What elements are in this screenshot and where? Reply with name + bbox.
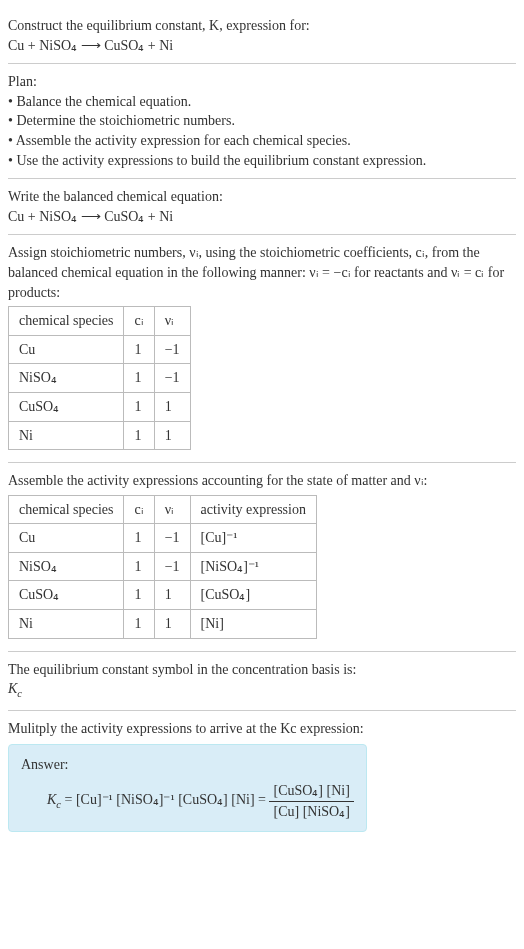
- answer-expression: Kc = [Cu]⁻¹ [NiSO₄]⁻¹ [CuSO₄] [Ni] = [Cu…: [47, 781, 354, 821]
- stoich-intro: Assign stoichiometric numbers, νᵢ, using…: [8, 243, 516, 302]
- cell: [CuSO₄]: [190, 581, 316, 610]
- activity-intro: Assemble the activity expressions accoun…: [8, 471, 516, 491]
- cell: −1: [154, 552, 190, 581]
- cell: 1: [124, 581, 154, 610]
- table-header: chemical species: [9, 495, 124, 524]
- answer-fraction: [CuSO₄] [Ni][Cu] [NiSO₄]: [269, 781, 353, 821]
- table-row: NiSO₄1−1[NiSO₄]⁻¹: [9, 552, 317, 581]
- intro-section: Construct the equilibrium constant, K, e…: [8, 8, 516, 64]
- multiply-section: Mulitply the activity expressions to arr…: [8, 711, 516, 840]
- table-header: cᵢ: [124, 495, 154, 524]
- cell: [Ni]: [190, 610, 316, 639]
- cell: −1: [154, 364, 190, 393]
- table-row: NiSO₄1−1: [9, 364, 191, 393]
- plan-item: • Use the activity expressions to build …: [8, 151, 516, 171]
- table-row: Ni11[Ni]: [9, 610, 317, 639]
- plan-item: • Determine the stoichiometric numbers.: [8, 111, 516, 131]
- symbol-text: The equilibrium constant symbol in the c…: [8, 660, 516, 680]
- cell: CuSO₄: [9, 581, 124, 610]
- table-row: Cu1−1[Cu]⁻¹: [9, 524, 317, 553]
- cell: 1: [154, 392, 190, 421]
- table-row: Cu1−1: [9, 335, 191, 364]
- balanced-equation: Cu + NiSO₄ ⟶ CuSO₄ + Ni: [8, 207, 516, 227]
- cell: 1: [124, 610, 154, 639]
- table-header: νᵢ: [154, 495, 190, 524]
- cell: 1: [124, 335, 154, 364]
- cell: 1: [154, 581, 190, 610]
- symbol-k: K: [8, 681, 17, 696]
- plan-item: • Balance the chemical equation.: [8, 92, 516, 112]
- stoich-table: chemical species cᵢ νᵢ Cu1−1 NiSO₄1−1 Cu…: [8, 306, 191, 450]
- cell: 1: [124, 421, 154, 450]
- table-header: activity expression: [190, 495, 316, 524]
- cell: 1: [124, 364, 154, 393]
- cell: Cu: [9, 524, 124, 553]
- table-header-row: chemical species cᵢ νᵢ: [9, 307, 191, 336]
- cell: 1: [124, 524, 154, 553]
- cell: 1: [154, 610, 190, 639]
- activity-table: chemical species cᵢ νᵢ activity expressi…: [8, 495, 317, 639]
- cell: CuSO₄: [9, 392, 124, 421]
- answer-denominator: [Cu] [NiSO₄]: [269, 802, 353, 822]
- table-row: CuSO₄11[CuSO₄]: [9, 581, 317, 610]
- symbol-section: The equilibrium constant symbol in the c…: [8, 652, 516, 711]
- stoich-section: Assign stoichiometric numbers, νᵢ, using…: [8, 235, 516, 463]
- answer-mid: = [Cu]⁻¹ [NiSO₄]⁻¹ [CuSO₄] [Ni] =: [61, 792, 269, 807]
- cell: −1: [154, 524, 190, 553]
- balanced-title: Write the balanced chemical equation:: [8, 187, 516, 207]
- table-header: cᵢ: [124, 307, 154, 336]
- answer-k: K: [47, 792, 56, 807]
- cell: [Cu]⁻¹: [190, 524, 316, 553]
- cell: Ni: [9, 610, 124, 639]
- balanced-section: Write the balanced chemical equation: Cu…: [8, 179, 516, 235]
- cell: NiSO₄: [9, 552, 124, 581]
- cell: 1: [124, 392, 154, 421]
- plan-item: • Assemble the activity expression for e…: [8, 131, 516, 151]
- answer-box: Answer: Kc = [Cu]⁻¹ [NiSO₄]⁻¹ [CuSO₄] [N…: [8, 744, 367, 832]
- cell: Cu: [9, 335, 124, 364]
- table-header-row: chemical species cᵢ νᵢ activity expressi…: [9, 495, 317, 524]
- plan-section: Plan: • Balance the chemical equation. •…: [8, 64, 516, 179]
- cell: −1: [154, 335, 190, 364]
- cell: [NiSO₄]⁻¹: [190, 552, 316, 581]
- intro-equation: Cu + NiSO₄ ⟶ CuSO₄ + Ni: [8, 36, 516, 56]
- intro-prompt: Construct the equilibrium constant, K, e…: [8, 16, 516, 36]
- cell: 1: [124, 552, 154, 581]
- table-header: νᵢ: [154, 307, 190, 336]
- plan-title: Plan:: [8, 72, 516, 92]
- answer-numerator: [CuSO₄] [Ni]: [269, 781, 353, 802]
- cell: 1: [154, 421, 190, 450]
- table-header: chemical species: [9, 307, 124, 336]
- multiply-text: Mulitply the activity expressions to arr…: [8, 719, 516, 739]
- cell: NiSO₄: [9, 364, 124, 393]
- table-row: CuSO₄11: [9, 392, 191, 421]
- activity-section: Assemble the activity expressions accoun…: [8, 463, 516, 652]
- symbol-value: Kc: [8, 679, 516, 701]
- symbol-sub: c: [17, 688, 22, 699]
- table-row: Ni11: [9, 421, 191, 450]
- answer-label: Answer:: [21, 755, 354, 775]
- cell: Ni: [9, 421, 124, 450]
